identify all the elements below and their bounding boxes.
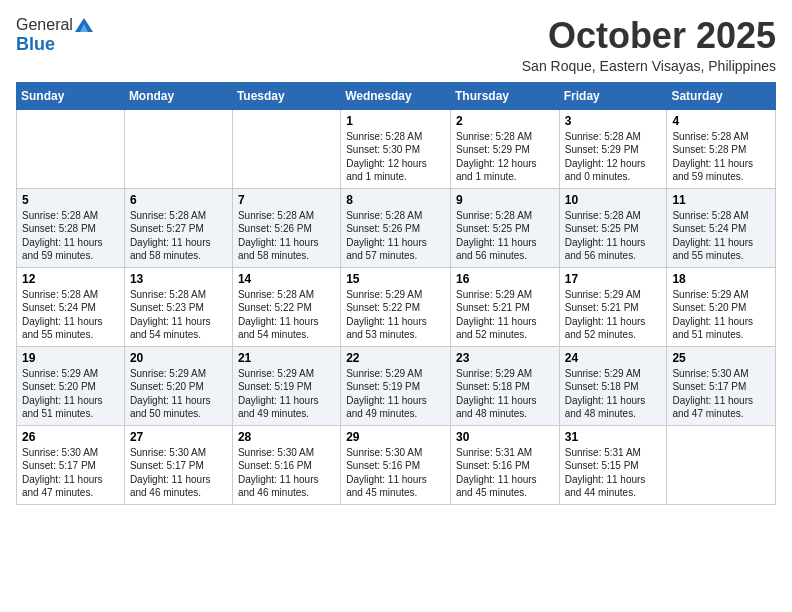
day-info: Sunrise: 5:28 AM Sunset: 5:22 PM Dayligh… bbox=[238, 288, 335, 342]
logo-general-text: General bbox=[16, 16, 73, 34]
month-title: October 2025 bbox=[522, 16, 776, 56]
day-number: 1 bbox=[346, 114, 445, 128]
day-info: Sunrise: 5:29 AM Sunset: 5:20 PM Dayligh… bbox=[22, 367, 119, 421]
logo-icon bbox=[75, 18, 93, 32]
day-cell: 21Sunrise: 5:29 AM Sunset: 5:19 PM Dayli… bbox=[232, 346, 340, 425]
header-saturday: Saturday bbox=[667, 82, 776, 109]
day-cell: 30Sunrise: 5:31 AM Sunset: 5:16 PM Dayli… bbox=[450, 425, 559, 504]
day-number: 12 bbox=[22, 272, 119, 286]
day-info: Sunrise: 5:29 AM Sunset: 5:22 PM Dayligh… bbox=[346, 288, 445, 342]
day-number: 21 bbox=[238, 351, 335, 365]
day-info: Sunrise: 5:29 AM Sunset: 5:19 PM Dayligh… bbox=[346, 367, 445, 421]
day-number: 23 bbox=[456, 351, 554, 365]
day-number: 17 bbox=[565, 272, 662, 286]
day-number: 28 bbox=[238, 430, 335, 444]
day-number: 15 bbox=[346, 272, 445, 286]
header: General Blue October 2025 San Roque, Eas… bbox=[16, 16, 776, 74]
day-number: 8 bbox=[346, 193, 445, 207]
day-info: Sunrise: 5:28 AM Sunset: 5:24 PM Dayligh… bbox=[22, 288, 119, 342]
location-title: San Roque, Eastern Visayas, Philippines bbox=[522, 58, 776, 74]
day-info: Sunrise: 5:31 AM Sunset: 5:16 PM Dayligh… bbox=[456, 446, 554, 500]
day-info: Sunrise: 5:29 AM Sunset: 5:20 PM Dayligh… bbox=[672, 288, 770, 342]
day-cell: 20Sunrise: 5:29 AM Sunset: 5:20 PM Dayli… bbox=[124, 346, 232, 425]
day-info: Sunrise: 5:31 AM Sunset: 5:15 PM Dayligh… bbox=[565, 446, 662, 500]
day-cell: 4Sunrise: 5:28 AM Sunset: 5:28 PM Daylig… bbox=[667, 109, 776, 188]
day-cell: 10Sunrise: 5:28 AM Sunset: 5:25 PM Dayli… bbox=[559, 188, 667, 267]
day-cell bbox=[17, 109, 125, 188]
day-number: 29 bbox=[346, 430, 445, 444]
day-cell: 5Sunrise: 5:28 AM Sunset: 5:28 PM Daylig… bbox=[17, 188, 125, 267]
logo: General Blue bbox=[16, 16, 93, 55]
day-number: 27 bbox=[130, 430, 227, 444]
day-cell: 28Sunrise: 5:30 AM Sunset: 5:16 PM Dayli… bbox=[232, 425, 340, 504]
day-info: Sunrise: 5:30 AM Sunset: 5:16 PM Dayligh… bbox=[238, 446, 335, 500]
title-area: October 2025 San Roque, Eastern Visayas,… bbox=[522, 16, 776, 74]
day-info: Sunrise: 5:29 AM Sunset: 5:21 PM Dayligh… bbox=[456, 288, 554, 342]
week-row-1: 1Sunrise: 5:28 AM Sunset: 5:30 PM Daylig… bbox=[17, 109, 776, 188]
week-row-2: 5Sunrise: 5:28 AM Sunset: 5:28 PM Daylig… bbox=[17, 188, 776, 267]
day-cell: 11Sunrise: 5:28 AM Sunset: 5:24 PM Dayli… bbox=[667, 188, 776, 267]
day-info: Sunrise: 5:29 AM Sunset: 5:18 PM Dayligh… bbox=[456, 367, 554, 421]
day-number: 9 bbox=[456, 193, 554, 207]
week-row-4: 19Sunrise: 5:29 AM Sunset: 5:20 PM Dayli… bbox=[17, 346, 776, 425]
day-cell bbox=[124, 109, 232, 188]
day-info: Sunrise: 5:28 AM Sunset: 5:30 PM Dayligh… bbox=[346, 130, 445, 184]
day-cell bbox=[232, 109, 340, 188]
day-info: Sunrise: 5:28 AM Sunset: 5:28 PM Dayligh… bbox=[22, 209, 119, 263]
day-cell: 19Sunrise: 5:29 AM Sunset: 5:20 PM Dayli… bbox=[17, 346, 125, 425]
logo-blue-text: Blue bbox=[16, 34, 55, 55]
day-number: 2 bbox=[456, 114, 554, 128]
day-cell: 22Sunrise: 5:29 AM Sunset: 5:19 PM Dayli… bbox=[341, 346, 451, 425]
day-cell: 31Sunrise: 5:31 AM Sunset: 5:15 PM Dayli… bbox=[559, 425, 667, 504]
day-cell: 3Sunrise: 5:28 AM Sunset: 5:29 PM Daylig… bbox=[559, 109, 667, 188]
day-info: Sunrise: 5:28 AM Sunset: 5:25 PM Dayligh… bbox=[565, 209, 662, 263]
day-cell: 15Sunrise: 5:29 AM Sunset: 5:22 PM Dayli… bbox=[341, 267, 451, 346]
day-number: 19 bbox=[22, 351, 119, 365]
day-number: 14 bbox=[238, 272, 335, 286]
day-number: 22 bbox=[346, 351, 445, 365]
day-cell: 1Sunrise: 5:28 AM Sunset: 5:30 PM Daylig… bbox=[341, 109, 451, 188]
day-cell: 7Sunrise: 5:28 AM Sunset: 5:26 PM Daylig… bbox=[232, 188, 340, 267]
header-friday: Friday bbox=[559, 82, 667, 109]
day-cell: 14Sunrise: 5:28 AM Sunset: 5:22 PM Dayli… bbox=[232, 267, 340, 346]
day-cell: 6Sunrise: 5:28 AM Sunset: 5:27 PM Daylig… bbox=[124, 188, 232, 267]
calendar-header-row: SundayMondayTuesdayWednesdayThursdayFrid… bbox=[17, 82, 776, 109]
calendar-table: SundayMondayTuesdayWednesdayThursdayFrid… bbox=[16, 82, 776, 505]
day-info: Sunrise: 5:28 AM Sunset: 5:25 PM Dayligh… bbox=[456, 209, 554, 263]
day-info: Sunrise: 5:28 AM Sunset: 5:24 PM Dayligh… bbox=[672, 209, 770, 263]
day-cell: 27Sunrise: 5:30 AM Sunset: 5:17 PM Dayli… bbox=[124, 425, 232, 504]
day-number: 25 bbox=[672, 351, 770, 365]
day-number: 4 bbox=[672, 114, 770, 128]
header-thursday: Thursday bbox=[450, 82, 559, 109]
day-number: 16 bbox=[456, 272, 554, 286]
week-row-5: 26Sunrise: 5:30 AM Sunset: 5:17 PM Dayli… bbox=[17, 425, 776, 504]
day-number: 7 bbox=[238, 193, 335, 207]
day-cell: 29Sunrise: 5:30 AM Sunset: 5:16 PM Dayli… bbox=[341, 425, 451, 504]
day-info: Sunrise: 5:30 AM Sunset: 5:17 PM Dayligh… bbox=[130, 446, 227, 500]
day-info: Sunrise: 5:28 AM Sunset: 5:26 PM Dayligh… bbox=[238, 209, 335, 263]
day-info: Sunrise: 5:30 AM Sunset: 5:16 PM Dayligh… bbox=[346, 446, 445, 500]
day-info: Sunrise: 5:28 AM Sunset: 5:29 PM Dayligh… bbox=[565, 130, 662, 184]
day-number: 18 bbox=[672, 272, 770, 286]
day-cell: 8Sunrise: 5:28 AM Sunset: 5:26 PM Daylig… bbox=[341, 188, 451, 267]
day-number: 24 bbox=[565, 351, 662, 365]
day-info: Sunrise: 5:29 AM Sunset: 5:18 PM Dayligh… bbox=[565, 367, 662, 421]
day-number: 26 bbox=[22, 430, 119, 444]
day-cell: 12Sunrise: 5:28 AM Sunset: 5:24 PM Dayli… bbox=[17, 267, 125, 346]
day-number: 3 bbox=[565, 114, 662, 128]
day-cell: 25Sunrise: 5:30 AM Sunset: 5:17 PM Dayli… bbox=[667, 346, 776, 425]
day-number: 30 bbox=[456, 430, 554, 444]
day-number: 13 bbox=[130, 272, 227, 286]
day-info: Sunrise: 5:29 AM Sunset: 5:21 PM Dayligh… bbox=[565, 288, 662, 342]
day-info: Sunrise: 5:30 AM Sunset: 5:17 PM Dayligh… bbox=[672, 367, 770, 421]
day-info: Sunrise: 5:29 AM Sunset: 5:20 PM Dayligh… bbox=[130, 367, 227, 421]
day-number: 20 bbox=[130, 351, 227, 365]
day-info: Sunrise: 5:28 AM Sunset: 5:23 PM Dayligh… bbox=[130, 288, 227, 342]
day-cell: 18Sunrise: 5:29 AM Sunset: 5:20 PM Dayli… bbox=[667, 267, 776, 346]
day-info: Sunrise: 5:29 AM Sunset: 5:19 PM Dayligh… bbox=[238, 367, 335, 421]
header-wednesday: Wednesday bbox=[341, 82, 451, 109]
day-info: Sunrise: 5:28 AM Sunset: 5:28 PM Dayligh… bbox=[672, 130, 770, 184]
day-number: 5 bbox=[22, 193, 119, 207]
day-cell: 2Sunrise: 5:28 AM Sunset: 5:29 PM Daylig… bbox=[450, 109, 559, 188]
day-number: 10 bbox=[565, 193, 662, 207]
